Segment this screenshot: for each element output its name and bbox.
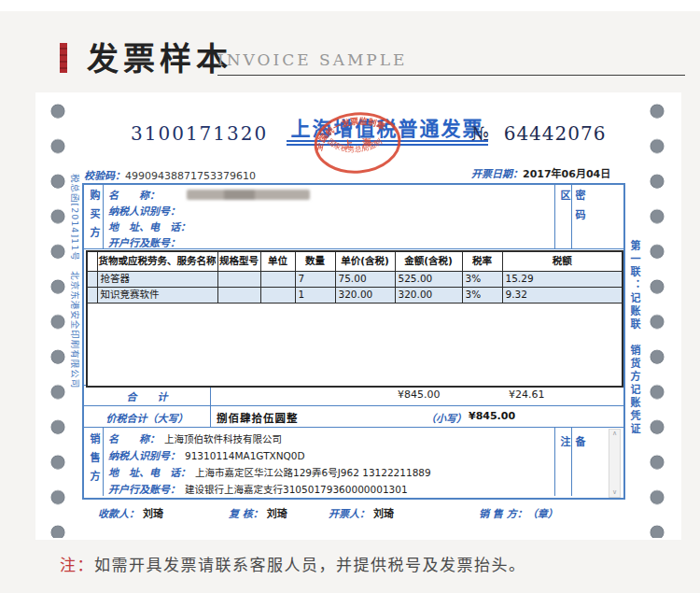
buyer-address-row: 地 址、电 话： (108, 219, 195, 233)
page: 发票样本 INVOICE SAMPLE 3100171320 上海增值税普通发票… (0, 0, 700, 593)
goods-header-row: 货物或应税劳务、服务名称 规格型号 单位 数量 单价(含税) 金额(含税) 税率… (87, 251, 623, 272)
buyer-bank-label: 开户行及账号： (108, 237, 180, 249)
goods-header-tax: 税额 (502, 251, 623, 272)
check-code-value: 49909438871753379610 (125, 170, 256, 182)
invoice-number-value: 64442076 (504, 122, 607, 145)
reviewer-value: 刘琦 (267, 508, 287, 520)
payee-row: 收款人：刘琦 (98, 505, 163, 520)
reviewer-row: 复 核：刘琦 (229, 505, 287, 520)
header-divider (217, 75, 685, 76)
issuer-label: 开票人： (329, 508, 370, 520)
seller-address-label: 地 址、电 话： (108, 467, 190, 479)
goods-header-name: 货物或应税劳务、服务名称 (97, 251, 217, 272)
issue-date-row: 开票日期：2017年06月04日 (471, 165, 610, 180)
buyer-name-redacted (187, 190, 310, 200)
remark-label: 备注 (556, 436, 586, 492)
buyer-name-label: 名 称： (108, 190, 160, 202)
seller-seal-value: （章） (527, 508, 558, 520)
remark-divider-1 (554, 427, 555, 496)
remark-scrollbar: ∧ ∨ (609, 429, 621, 498)
issue-date-label: 开票日期： (471, 168, 523, 180)
buyer-bank-row: 开户行及账号： (108, 234, 185, 249)
tractor-holes-right (649, 99, 665, 538)
goods-header-unit: 单位 (260, 251, 295, 272)
check-code-label: 校验码： (84, 170, 125, 182)
seller-seal-row: 销 售 方：（章） (479, 505, 558, 520)
words-bottom-line (82, 427, 623, 428)
goods-header-taxrate: 税率 (462, 251, 502, 272)
password-area-label: 密码区 (556, 190, 586, 247)
page-title: 发票样本 (87, 34, 232, 79)
top-strip (0, 0, 700, 11)
issuer-value: 刘琦 (373, 508, 394, 520)
printer-strip-left: 税总函[2014]11号 北京东港安全印刷有限公司 (69, 174, 82, 440)
total-amount: ¥845.00 (398, 388, 441, 401)
buyer-taxid-row: 纳税人识别号： (108, 203, 185, 218)
buyer-name-row: 名 称： (108, 187, 164, 202)
tractor-holes-left (49, 99, 66, 538)
issuer-row: 开票人：刘琦 (329, 505, 394, 520)
footer-note-text: 如需开具发票请联系客服人员，并提供税号及发票抬头。 (94, 556, 526, 574)
buyer-side-label: 购买方 (86, 190, 101, 247)
seller-name-value: 上海顶伯软件科技有限公司 (164, 433, 282, 445)
seller-bank-value: 建设银行上海嘉定支行31050179360000001301 (185, 484, 408, 495)
seller-address-value: 上海市嘉定区华江公路129弄6号J962 13122211889 (195, 467, 431, 478)
buyer-label-divider (103, 183, 104, 248)
seller-name-label: 名 称： (108, 433, 160, 445)
total-tax: ¥24.61 (509, 388, 545, 401)
scroll-down-icon: ∨ (609, 488, 620, 497)
invoice-code: 3100171320 (131, 122, 268, 145)
goods-header-qty: 数量 (295, 251, 335, 272)
total-label-divider (210, 385, 211, 427)
payee-value: 刘琦 (143, 508, 163, 520)
issue-date-value: 2017年06月04日 (523, 168, 610, 180)
seller-name-row: 名 称：上海顶伯软件科技有限公司 (108, 431, 282, 445)
payee-label: 收款人： (98, 508, 139, 520)
goods-header-spec: 规格型号 (217, 251, 260, 272)
header-accent-bar (60, 43, 67, 73)
reviewer-label: 复 核： (229, 508, 263, 520)
seller-seal-label: 销 售 方： (479, 508, 527, 520)
password-area-divider-1 (554, 183, 555, 248)
total-bottom-line (82, 405, 623, 406)
seller-taxid-value: 91310114MA1GTXNQ0D (185, 450, 305, 461)
buyer-taxid-label: 纳税人识别号： (108, 205, 180, 218)
seller-bank-label: 开户行及账号： (108, 484, 180, 496)
buyer-address-label: 地 址、电 话： (108, 221, 190, 233)
seller-bank-row: 开户行及账号：建设银行上海嘉定支行31050179360000001301 (108, 481, 408, 496)
goods-row-1: 抢答器 7 75.00 525.00 3% 15.29 (87, 272, 623, 288)
total-words-label: 价税合计（大写） (84, 410, 210, 425)
total-label: 合 计 (84, 388, 210, 403)
seller-taxid-row: 纳税人识别号：91310114MA1GTXNQ0D (108, 447, 305, 462)
tax-stamp-seal: 全国统一发票监制章 上 海 国家税务总局监制 (308, 106, 407, 180)
total-words-value: 捌佰肆拾伍圆整 (217, 410, 299, 425)
seller-label-divider (103, 427, 104, 496)
scroll-up-icon: ∧ (612, 430, 617, 437)
seller-address-row: 地 址、电 话：上海市嘉定区华江公路129弄6号J962 13122211889 (108, 464, 431, 479)
footer-note: 注：如需开具发票请联系客服人员，并提供税号及发票抬头。 (60, 552, 526, 575)
check-code-row: 校验码：49909438871753379610 (84, 167, 256, 182)
seller-side-label: 销售方 (86, 433, 101, 493)
copy-strip-right: 第一联：记账联 销货方记账凭证 (626, 240, 641, 444)
total-small-value: ¥845.00 (469, 410, 515, 422)
goods-header-amount: 金额(含税) (395, 251, 462, 272)
goods-row2-name: 知识竞赛软件 (97, 288, 217, 304)
seller-taxid-label: 纳税人识别号： (108, 450, 180, 462)
goods-row1-name: 抢答器 (97, 272, 217, 288)
invoice-number: № 64442076 (471, 122, 606, 145)
footer-note-prefix: 注： (60, 556, 94, 574)
goods-header-narrow (87, 251, 97, 272)
goods-header-price: 单价(含税) (335, 251, 395, 272)
invoice-number-symbol: № (471, 122, 490, 145)
page-subtitle: INVOICE SAMPLE (217, 50, 408, 69)
goods-row-2: 知识竞赛软件 1 320.00 320.00 3% 9.32 (87, 288, 623, 304)
total-small-label: （小写） (426, 410, 467, 425)
goods-empty-area (87, 304, 623, 388)
goods-table: 货物或应税劳务、服务名称 规格型号 单位 数量 单价(含税) 金额(含税) 税率… (86, 250, 623, 388)
